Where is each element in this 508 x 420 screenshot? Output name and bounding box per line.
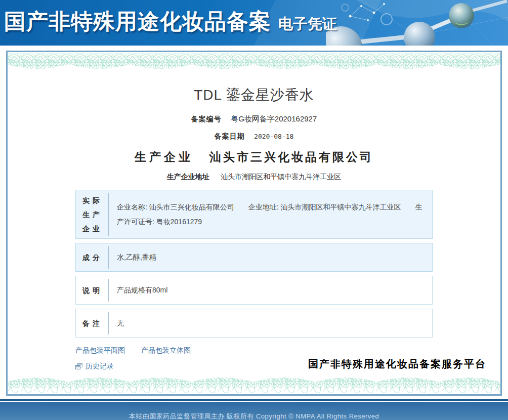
info-row-label: 实际生产企业: [76, 193, 108, 236]
record-date-label: 备案日期: [215, 132, 245, 140]
certificate-content: TDL 鎏金星沙香水 备案编号 粤G妆网备字2020162927 备案日期 20…: [75, 75, 433, 371]
info-row-label: 成分: [76, 246, 108, 269]
product-name: TDL 鎏金星沙香水: [75, 86, 433, 105]
info-row-remarks: 备注 无: [75, 309, 433, 338]
info-row-actual-manufacturer: 实际生产企业 企业名称: 汕头市三兴化妆品有限公司 企业地址: 汕头市潮阳区和平…: [75, 190, 433, 239]
manufacturer-label: 生产企业: [135, 150, 193, 163]
banner-title: 国产非特殊用途化妆品备案: [4, 7, 271, 36]
banner-subtitle: 电子凭证: [278, 14, 337, 34]
info-row-value: 企业名称: 汕头市三兴化妆品有限公司 企业地址: 汕头市潮阳区和平镇中寨九斗洋工…: [108, 193, 432, 236]
record-number-line: 备案编号 粤G妆网备字2020162927: [75, 114, 433, 124]
history-link[interactable]: 历史记录: [86, 362, 114, 371]
info-rows: 实际生产企业 企业名称: 汕头市三兴化妆品有限公司 企业地址: 汕头市潮阳区和平…: [75, 190, 433, 338]
guilloche-border-bottom: [8, 371, 500, 394]
platform-stamp: 国产非特殊用途化妆品备案服务平台: [308, 357, 486, 371]
record-date-line: 备案日期 2020-08-18: [75, 132, 433, 141]
history-windows-icon: [75, 363, 83, 370]
manufacturer-address-line: 生产企业地址 汕头市潮阳区和平镇中寨九斗洋工业区: [75, 172, 433, 182]
package-stereo-image-link[interactable]: 产品包装立体图: [141, 346, 191, 355]
package-flat-image-link[interactable]: 产品包装平面图: [75, 346, 125, 355]
info-row-value: 无: [108, 312, 432, 334]
copyright-text: 本站由国家药品监督管理局主办 版权所有 Copyright © NMPA All…: [129, 412, 379, 420]
certificate-card: TDL 鎏金星沙香水 备案编号 粤G妆网备字2020162927 备案日期 20…: [6, 51, 502, 396]
manufacturer-name: 汕头市三兴化妆品有限公司: [209, 150, 373, 163]
info-row-value: 水,乙醇,香精: [108, 246, 432, 269]
info-row-description: 说明 产品规格有80ml: [75, 276, 433, 305]
manufacturer-address-value: 汕头市潮阳区和平镇中寨九斗洋工业区: [221, 173, 341, 181]
guilloche-border-top: [8, 52, 500, 75]
footer-divider: [0, 399, 508, 401]
info-row-value: 产品规格有80ml: [108, 279, 432, 302]
page-banner: 国产非特殊用途化妆品备案 电子凭证: [0, 0, 508, 46]
record-number-label: 备案编号: [191, 115, 222, 123]
package-image-links: 产品包装平面图 产品包装立体图: [75, 346, 433, 355]
manufacturer-line: 生产企业 汕头市三兴化妆品有限公司: [75, 149, 433, 165]
info-row-ingredients: 成分 水,乙醇,香精: [75, 243, 433, 272]
info-row-label: 备注: [76, 312, 108, 334]
site-footer: 本站由国家药品监督管理局主办 版权所有 Copyright © NMPA All…: [0, 402, 508, 420]
record-date-value: 2020-08-18: [254, 133, 293, 140]
manufacturer-address-label: 生产企业地址: [167, 173, 209, 181]
info-row-label: 说明: [76, 279, 108, 302]
record-number-value: 粤G妆网备字2020162927: [231, 114, 317, 123]
